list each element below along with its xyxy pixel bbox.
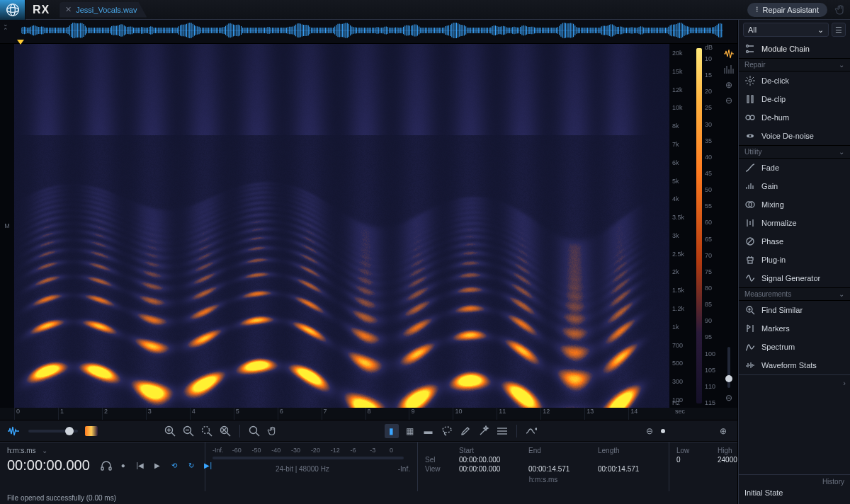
time-ruler[interactable]: 01234567891011121314sec xyxy=(0,408,737,420)
freq-select-icon[interactable]: ▬ xyxy=(421,424,436,438)
module-de-clip[interactable]: De-clip xyxy=(739,90,850,108)
module-normalize[interactable]: Normalize xyxy=(739,214,850,232)
sel-end[interactable] xyxy=(528,456,592,464)
module-chain[interactable]: Module Chain xyxy=(739,40,850,58)
svg-point-472 xyxy=(443,427,451,433)
zoom-out-icon[interactable]: ⊖ xyxy=(723,95,735,106)
group-utility[interactable]: Utility xyxy=(739,145,850,159)
module-list-menu-icon[interactable]: ☰ xyxy=(832,23,846,37)
module-plug-in[interactable]: Plug-in xyxy=(739,251,850,269)
status-text: File opened successfully (0.00 ms) xyxy=(7,494,116,502)
history-item[interactable]: Initial State xyxy=(744,488,844,497)
overview-strip[interactable]: ⌄⌃ xyxy=(0,20,737,44)
file-tab-label: Jessi_Vocals.wav xyxy=(76,6,137,14)
svg-line-511 xyxy=(752,311,754,314)
svg-point-512 xyxy=(749,309,750,310)
zoom-in-icon[interactable]: ⊕ xyxy=(723,79,735,91)
module-spectrum[interactable]: Spectrum xyxy=(739,338,850,356)
zoom-selection-icon[interactable] xyxy=(200,424,214,438)
module-voice-de-noise[interactable]: Voice De-noise xyxy=(739,127,850,145)
view-end[interactable]: 00:00:14.571 xyxy=(528,465,592,473)
find-similar-icon xyxy=(744,304,756,316)
meter-inf-label: -Inf. xyxy=(398,465,410,473)
level-meter: -Inf.-60-50-40-30-20-12-6-30 xyxy=(212,447,404,462)
svg-point-480 xyxy=(747,51,749,53)
module-gain[interactable]: Gain xyxy=(739,177,850,195)
hand-icon[interactable] xyxy=(832,4,850,16)
time-format-label[interactable]: h:m:s.ms xyxy=(7,447,36,454)
module-panel: All ☰ Module Chain Repair De-clickDe-cli… xyxy=(738,20,850,504)
signal-generator-icon xyxy=(744,273,756,284)
col-start: Start xyxy=(459,447,523,454)
overview-collapse-icon[interactable]: ⌄⌃ xyxy=(3,21,8,34)
svg-line-486 xyxy=(747,77,748,79)
spectrum-view-icon[interactable] xyxy=(723,64,735,75)
loop-button[interactable]: ⟲ xyxy=(168,459,181,472)
svg-point-1 xyxy=(6,7,18,12)
harmonic-select-icon[interactable] xyxy=(495,424,509,438)
sel-length[interactable] xyxy=(598,456,662,464)
zoom-fit-icon[interactable] xyxy=(218,424,232,438)
time-select-icon[interactable]: ▮ xyxy=(385,424,399,438)
zoom-level-dot xyxy=(661,429,665,433)
module-de-click[interactable]: De-click xyxy=(739,71,850,90)
amplitude-gradient xyxy=(696,48,702,403)
view-length[interactable]: 00:00:14.571 xyxy=(598,465,662,473)
panel-collapse-button[interactable] xyxy=(739,374,850,390)
timefreq-select-icon[interactable]: ▦ xyxy=(403,424,417,438)
time-format-chevron-icon[interactable] xyxy=(42,447,47,454)
svg-point-481 xyxy=(749,79,752,82)
wand-tool-icon[interactable] xyxy=(477,424,491,438)
vertical-zoom-slider[interactable] xyxy=(727,347,730,388)
search-icon[interactable] xyxy=(247,424,261,438)
chevron-down-icon xyxy=(839,148,844,156)
svg-line-467 xyxy=(208,433,212,436)
module-markers[interactable]: Markers xyxy=(739,319,850,338)
blend-slider[interactable] xyxy=(28,430,78,433)
module-filter-select[interactable]: All xyxy=(743,23,829,37)
module-mixing[interactable]: Mixing xyxy=(739,195,850,214)
zoom-out-small-icon[interactable]: ⊖ xyxy=(723,392,735,403)
playhead-marker[interactable] xyxy=(17,40,24,45)
brush-tool-icon[interactable] xyxy=(458,424,472,438)
spectrogram-mode-icon[interactable] xyxy=(85,426,98,436)
contour-tool-icon[interactable] xyxy=(524,424,538,438)
grab-tool-icon[interactable] xyxy=(266,424,280,438)
zoom-out-h-icon[interactable]: ⊖ xyxy=(642,424,657,438)
freq-low[interactable]: 0 xyxy=(676,456,712,464)
record-button[interactable]: ● xyxy=(117,459,130,472)
sel-start[interactable]: 00:00:00.000 xyxy=(459,456,523,464)
spectrogram-view[interactable] xyxy=(14,44,669,408)
file-tab[interactable]: ✕ Jessi_Vocals.wav xyxy=(60,2,147,18)
module-fade[interactable]: Fade xyxy=(739,159,850,177)
svg-point-476 xyxy=(536,428,537,430)
svg-line-489 xyxy=(747,83,748,84)
zoom-out-icon[interactable] xyxy=(181,424,196,438)
waveform-view-icon[interactable] xyxy=(723,48,735,59)
zoom-in-icon[interactable] xyxy=(163,424,177,438)
frequency-scale: 20k15k12k10k8k7k6k5k4k3.5k3k2.5k2k1.5k1.… xyxy=(669,44,695,408)
module-waveform-stats[interactable]: Waveform Stats xyxy=(739,356,850,374)
repair-assistant-button[interactable]: ⁝ Repair Assistant xyxy=(747,3,827,17)
lasso-tool-icon[interactable] xyxy=(440,424,454,438)
markers-icon xyxy=(744,323,756,334)
rewind-button[interactable]: |◀ xyxy=(134,459,147,472)
module-de-hum[interactable]: De-hum xyxy=(739,108,850,127)
group-repair[interactable]: Repair xyxy=(739,58,850,71)
close-icon[interactable]: ✕ xyxy=(65,5,72,14)
view-start[interactable]: 00:00:00.000 xyxy=(459,465,523,473)
play-button[interactable]: ▶ xyxy=(151,459,164,472)
waveform-mode-icon[interactable] xyxy=(7,424,21,438)
zoom-in-h-icon[interactable]: ⊕ xyxy=(716,424,730,438)
module-chain-icon xyxy=(744,43,756,55)
module-find-similar[interactable]: Find Similar xyxy=(739,301,850,319)
col-end: End xyxy=(528,447,592,454)
svg-point-479 xyxy=(747,45,749,47)
headphones-icon[interactable] xyxy=(100,459,113,472)
repair-assistant-label: Repair Assistant xyxy=(763,6,819,14)
module-signal-generator[interactable]: Signal Generator xyxy=(739,269,850,287)
title-bar: RX ✕ Jessi_Vocals.wav ⁝ Repair Assistant xyxy=(0,0,850,20)
module-phase[interactable]: Phase xyxy=(739,232,850,251)
group-measurements[interactable]: Measurements xyxy=(739,287,850,301)
loop-region-button[interactable]: ↻ xyxy=(185,459,198,472)
